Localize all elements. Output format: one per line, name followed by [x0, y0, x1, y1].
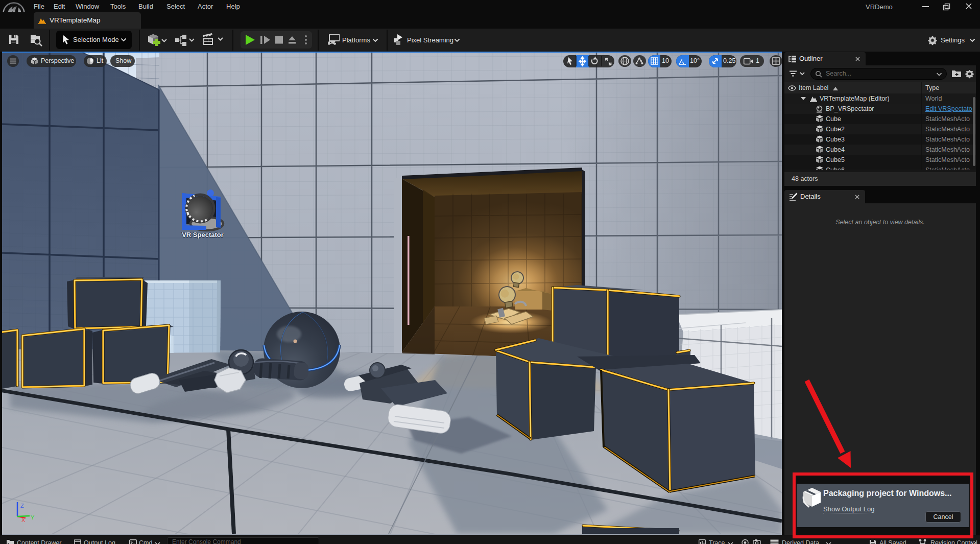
svg-text:Y: Y — [31, 514, 35, 521]
svg-text:VR Spectator: VR Spectator — [182, 231, 224, 239]
svg-text:X: X — [21, 517, 26, 523]
svg-text:Z: Z — [20, 503, 24, 509]
